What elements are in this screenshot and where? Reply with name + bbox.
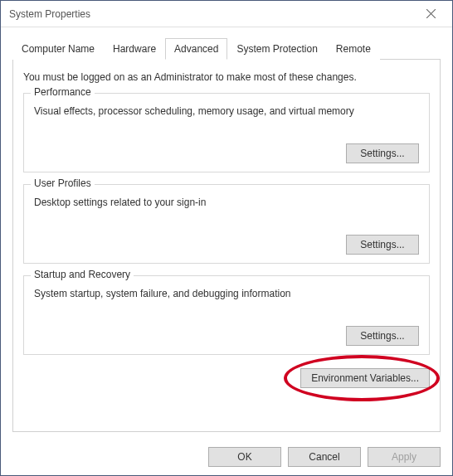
environment-variables-button[interactable]: Environment Variables...	[300, 368, 430, 388]
system-properties-window: System Properties Computer Name Hardware…	[0, 0, 453, 476]
admin-notice: You must be logged on as an Administrato…	[23, 71, 430, 83]
content-area: Computer Name Hardware Advanced System P…	[1, 27, 452, 439]
apply-button[interactable]: Apply	[368, 447, 441, 467]
performance-desc: Visual effects, processor scheduling, me…	[34, 105, 419, 117]
startup-recovery-group: Startup and Recovery System startup, sys…	[23, 275, 430, 355]
close-button[interactable]	[416, 3, 446, 25]
tab-system-protection[interactable]: System Protection	[227, 38, 326, 60]
performance-button-row: Settings...	[34, 143, 419, 163]
startup-recovery-settings-button[interactable]: Settings...	[346, 326, 419, 346]
user-profiles-desc: Desktop settings related to your sign-in	[34, 197, 419, 208]
environment-variables-row: Environment Variables...	[23, 368, 430, 388]
performance-title: Performance	[31, 86, 95, 98]
close-icon	[426, 9, 436, 18]
ok-button[interactable]: OK	[208, 447, 281, 467]
tab-remote[interactable]: Remote	[327, 38, 380, 60]
user-profiles-title: User Profiles	[31, 177, 95, 189]
user-profiles-button-row: Settings...	[34, 235, 419, 255]
tab-hardware[interactable]: Hardware	[104, 38, 165, 60]
tab-strip: Computer Name Hardware Advanced System P…	[12, 37, 441, 60]
startup-recovery-desc: System startup, system failure, and debu…	[34, 288, 419, 299]
performance-group: Performance Visual effects, processor sc…	[23, 93, 430, 172]
startup-recovery-title: Startup and Recovery	[31, 269, 134, 280]
titlebar: System Properties	[1, 1, 452, 27]
performance-settings-button[interactable]: Settings...	[346, 143, 419, 163]
startup-recovery-button-row: Settings...	[34, 326, 419, 346]
user-profiles-settings-button[interactable]: Settings...	[346, 235, 419, 255]
dialog-footer: OK Cancel Apply	[1, 439, 452, 475]
window-title: System Properties	[9, 8, 90, 20]
tab-computer-name[interactable]: Computer Name	[12, 38, 104, 60]
cancel-button[interactable]: Cancel	[288, 447, 361, 467]
tab-panel-advanced: You must be logged on as an Administrato…	[12, 60, 441, 432]
user-profiles-group: User Profiles Desktop settings related t…	[23, 184, 430, 264]
tab-advanced[interactable]: Advanced	[165, 38, 227, 60]
